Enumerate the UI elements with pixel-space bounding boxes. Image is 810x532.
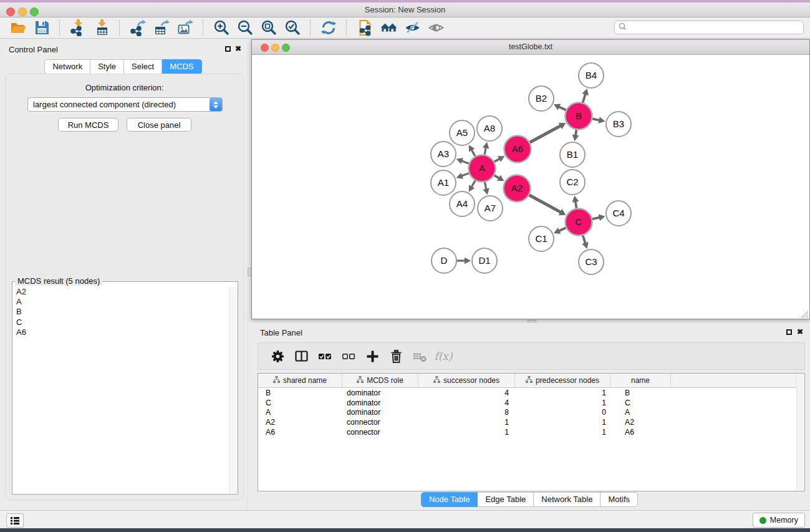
mcds-result-item[interactable]: A xyxy=(13,297,229,307)
column-header-name[interactable]: name xyxy=(610,374,671,387)
graph-node-B[interactable]: B xyxy=(566,103,592,130)
tab-node-table[interactable]: Node Table xyxy=(421,492,478,507)
close-panel-button[interactable]: Close panel xyxy=(127,118,191,132)
table-row[interactable]: A6connector11A6 xyxy=(258,427,804,437)
close-panel-icon[interactable]: ✖ xyxy=(235,46,241,52)
add-icon[interactable] xyxy=(363,347,382,365)
table-row[interactable]: A2connector11A2 xyxy=(258,417,804,427)
graph-edge-B-B1[interactable] xyxy=(572,130,579,141)
network-window-titlebar[interactable]: testGlobe.txt xyxy=(252,40,809,55)
graph-node-D1[interactable]: D1 xyxy=(472,248,497,273)
import-table-icon[interactable] xyxy=(92,19,112,37)
trash-icon[interactable] xyxy=(387,347,405,365)
column-header-predecessor-nodes[interactable]: predecessor nodes xyxy=(515,374,610,387)
graph-node-A3[interactable]: A3 xyxy=(431,142,456,167)
criterion-dropdown[interactable]: largest connected component (directed) xyxy=(27,97,223,112)
graph-node-B2[interactable]: B2 xyxy=(529,86,554,111)
home-icon[interactable] xyxy=(378,19,398,37)
tab-style[interactable]: Style xyxy=(90,59,124,74)
graph-edge-C-C1[interactable] xyxy=(554,228,566,234)
result-scrollbar[interactable] xyxy=(229,287,238,493)
graph-node-A[interactable]: A xyxy=(469,155,496,182)
graph-edge-A-A3[interactable] xyxy=(456,158,469,164)
tab-motifs[interactable]: Motifs xyxy=(600,492,638,507)
tab-edge-table[interactable]: Edge Table xyxy=(478,492,534,507)
open-folder-icon[interactable] xyxy=(8,19,28,37)
mcds-result-item[interactable]: A6 xyxy=(13,327,229,337)
memory-button[interactable]: Memory xyxy=(753,513,805,528)
graph-node-C1[interactable]: C1 xyxy=(529,226,554,251)
mcds-result-item[interactable]: C xyxy=(13,317,229,327)
deselect-all-icon[interactable] xyxy=(339,347,358,365)
graph-edge-A-A8[interactable] xyxy=(483,142,489,155)
graph-edge-B-B4[interactable] xyxy=(582,89,589,102)
resize-grip[interactable] xyxy=(801,310,808,317)
mcds-result-item[interactable]: A2 xyxy=(13,287,229,297)
export-table-icon[interactable] xyxy=(152,19,171,37)
graph-node-C[interactable]: C xyxy=(566,209,592,236)
column-header-shared-name[interactable]: shared name xyxy=(258,374,342,387)
zoom-fit-icon[interactable] xyxy=(259,19,279,37)
graph-edge-A-A5[interactable] xyxy=(469,145,475,156)
search-field[interactable] xyxy=(614,21,804,34)
save-icon[interactable] xyxy=(32,19,52,37)
close-table-panel-icon[interactable]: ✖ xyxy=(797,329,803,336)
zoom-in-icon[interactable] xyxy=(211,19,231,37)
graph-node-B1[interactable]: B1 xyxy=(560,142,585,167)
graph-edge-A-A1[interactable] xyxy=(456,173,469,179)
tab-network[interactable]: Network xyxy=(44,59,90,74)
graph-edge-D-D1[interactable] xyxy=(457,258,471,264)
network-document-icon[interactable] xyxy=(355,19,375,37)
graph-node-C4[interactable]: C4 xyxy=(606,201,631,226)
column-header-MCDS-role[interactable]: MCDS role xyxy=(342,374,418,387)
network-canvas[interactable]: B4B2BB3A8A5A6A3B1AC2A1A2A4A7C4CC1DD1C3 xyxy=(252,55,809,319)
graph-edge-C-C2[interactable] xyxy=(572,196,579,208)
float-panel-icon[interactable] xyxy=(225,46,231,52)
graph-node-C3[interactable]: C3 xyxy=(579,249,604,274)
select-all-icon[interactable] xyxy=(316,347,334,365)
graph-node-A2[interactable]: A2 xyxy=(504,175,531,202)
table-row[interactable]: Bdominator41B xyxy=(258,388,804,398)
mcds-result-item[interactable]: B xyxy=(13,307,229,317)
graph-edge-B-B3[interactable] xyxy=(592,117,605,123)
graph-node-A8[interactable]: A8 xyxy=(477,116,502,141)
eye-icon[interactable] xyxy=(426,19,446,37)
graph-node-D[interactable]: D xyxy=(432,248,456,273)
graph-edge-A-A2[interactable] xyxy=(494,175,504,181)
hide-eye-icon[interactable] xyxy=(402,19,422,37)
graph-node-A4[interactable]: A4 xyxy=(450,191,475,216)
graph-node-A7[interactable]: A7 xyxy=(478,196,503,221)
split-columns-icon[interactable] xyxy=(292,347,311,365)
table-row[interactable]: Cdominator41C xyxy=(258,398,804,408)
tab-select[interactable]: Select xyxy=(124,59,162,74)
zoom-out-icon[interactable] xyxy=(235,19,255,37)
graph-node-A1[interactable]: A1 xyxy=(431,170,456,195)
tab-network-table[interactable]: Network Table xyxy=(534,492,600,507)
table-row[interactable]: Adominator80A xyxy=(258,408,804,418)
graph-edge-A6-B[interactable] xyxy=(530,123,566,143)
task-history-button[interactable] xyxy=(6,513,24,528)
graph-edge-A-A7[interactable] xyxy=(483,182,489,195)
gear-icon[interactable] xyxy=(268,347,287,365)
zoom-selected-icon[interactable] xyxy=(282,19,302,37)
graph-node-B4[interactable]: B4 xyxy=(579,63,604,88)
graph-edge-C-C3[interactable] xyxy=(582,235,589,249)
graph-edge-B-B2[interactable] xyxy=(554,104,566,110)
table-scrollbar[interactable] xyxy=(796,374,804,491)
graph-edge-C-C4[interactable] xyxy=(592,214,605,221)
export-image-icon[interactable] xyxy=(175,19,195,37)
tab-mcds[interactable]: MCDS xyxy=(162,59,201,74)
graph-node-C2[interactable]: C2 xyxy=(560,170,585,195)
graph-edge-A2-C[interactable] xyxy=(529,195,566,215)
refresh-icon[interactable] xyxy=(319,19,339,37)
graph-node-A6[interactable]: A6 xyxy=(504,136,531,163)
graph-edge-A-A4[interactable] xyxy=(469,181,475,192)
float-table-panel-icon[interactable] xyxy=(786,329,792,335)
graph-node-B3[interactable]: B3 xyxy=(606,112,631,137)
column-header-successor-nodes[interactable]: successor nodes xyxy=(418,374,515,387)
graph-edge-A-A6[interactable] xyxy=(494,156,505,162)
run-mcds-button[interactable]: Run MCDS xyxy=(58,118,118,132)
graph-node-A5[interactable]: A5 xyxy=(450,120,475,145)
export-network-icon[interactable] xyxy=(128,19,148,37)
import-network-icon[interactable] xyxy=(68,19,88,37)
